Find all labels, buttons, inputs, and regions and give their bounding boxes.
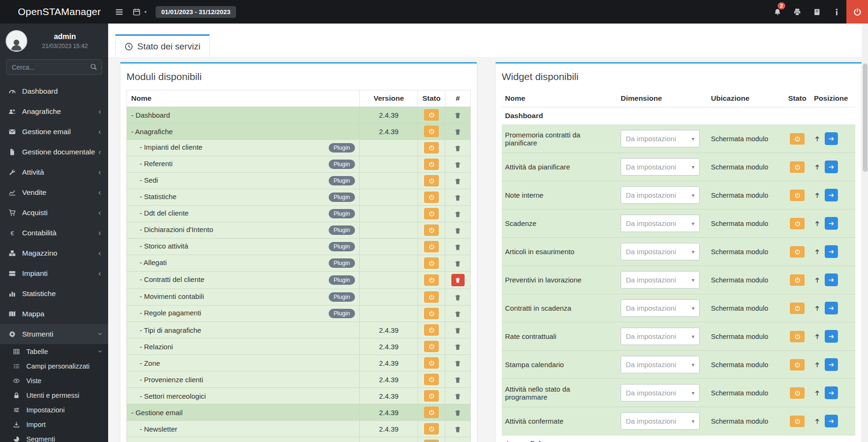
sidebar-item-import[interactable]: Import — [0, 417, 108, 432]
sidebar-item-dashboard[interactable]: Dashboard — [0, 81, 108, 101]
widget-power-button[interactable] — [790, 303, 805, 314]
move-to-button[interactable] — [825, 386, 838, 399]
book-button[interactable] — [807, 0, 827, 24]
module-delete-icon[interactable] — [454, 194, 461, 201]
module-delete-icon[interactable] — [454, 227, 461, 234]
module-power-button[interactable] — [424, 192, 439, 203]
sidebar-item-impianti[interactable]: Impianti‹ — [0, 263, 108, 283]
module-power-button[interactable] — [424, 390, 439, 402]
widget-power-button[interactable] — [790, 218, 805, 229]
widget-power-button[interactable] — [790, 387, 805, 399]
move-up-icon[interactable] — [814, 390, 821, 396]
widget-power-button[interactable] — [790, 246, 805, 257]
module-power-button[interactable] — [424, 341, 439, 352]
move-to-button[interactable] — [825, 415, 838, 427]
sidebar-toggle-button[interactable] — [108, 0, 130, 24]
module-delete-icon[interactable] — [454, 129, 461, 136]
sidebar-item-mappa[interactable]: Mappa — [0, 304, 108, 324]
module-delete-icon[interactable] — [454, 426, 461, 433]
widget-power-button[interactable] — [790, 161, 805, 173]
module-power-button[interactable] — [424, 208, 439, 219]
widget-dimension-select[interactable]: Da impostazioni▾ — [621, 299, 700, 317]
vertical-scrollbar[interactable] — [862, 24, 868, 442]
move-to-button[interactable] — [825, 330, 838, 343]
module-power-button[interactable] — [424, 274, 439, 286]
module-power-button[interactable] — [424, 357, 439, 369]
module-delete-icon[interactable] — [454, 211, 461, 218]
move-to-button[interactable] — [825, 132, 838, 145]
widget-power-button[interactable] — [790, 190, 805, 201]
sidebar-item-tabelle[interactable]: Tabelle‹ — [0, 344, 108, 359]
module-delete-icon[interactable] — [454, 112, 461, 119]
sidebar-item-magazzino[interactable]: Magazzino‹ — [0, 243, 108, 263]
widget-power-button[interactable] — [790, 416, 805, 427]
module-power-button[interactable] — [424, 324, 439, 336]
module-power-button[interactable] — [424, 225, 439, 236]
power-button[interactable] — [846, 0, 868, 24]
calendar-dropdown-button[interactable] — [133, 8, 148, 16]
tab-stato-dei-servizi[interactable]: Stato dei servizi — [115, 34, 210, 57]
module-power-button[interactable] — [424, 257, 439, 269]
move-to-button[interactable] — [825, 273, 838, 286]
sidebar-item-acquisti[interactable]: Acquisti‹ — [0, 202, 108, 223]
module-delete-icon[interactable] — [454, 161, 461, 169]
search-icon[interactable] — [90, 63, 97, 71]
sidebar-item-gestione-documentale[interactable]: Gestione documentale‹ — [0, 142, 108, 162]
sidebar-item-gestione-email[interactable]: Gestione email‹ — [0, 121, 108, 142]
module-delete-button[interactable] — [451, 274, 465, 286]
sidebar-item-statistiche[interactable]: Statistiche — [0, 283, 108, 304]
module-delete-icon[interactable] — [454, 260, 461, 267]
move-up-icon[interactable] — [814, 192, 821, 199]
module-delete-icon[interactable] — [454, 377, 461, 384]
widget-power-button[interactable] — [790, 274, 805, 286]
widget-dimension-select[interactable]: Da impostazioni▾ — [621, 158, 700, 176]
sidebar-item-strumenti[interactable]: Strumenti‹ — [0, 324, 108, 344]
module-delete-icon[interactable] — [454, 145, 461, 152]
module-power-button[interactable] — [424, 308, 439, 319]
sidebar-item-campi-personalizzati[interactable]: Campi personalizzati — [0, 359, 108, 373]
move-up-icon[interactable] — [814, 164, 821, 170]
module-power-button[interactable] — [424, 126, 439, 137]
widget-dimension-select[interactable]: Da impostazioni▾ — [621, 356, 700, 373]
move-up-icon[interactable] — [814, 136, 821, 142]
module-power-button[interactable] — [424, 440, 439, 442]
move-to-button[interactable] — [825, 189, 838, 201]
printer-button[interactable] — [787, 0, 807, 24]
module-delete-icon[interactable] — [454, 294, 461, 301]
module-delete-icon[interactable] — [454, 244, 461, 251]
widget-power-button[interactable] — [790, 133, 805, 145]
widget-dimension-select[interactable]: Da impostazioni▾ — [621, 328, 700, 345]
widget-dimension-select[interactable]: Da impostazioni▾ — [621, 412, 700, 430]
scrollbar-thumb[interactable] — [863, 64, 868, 172]
widget-dimension-select[interactable]: Da impostazioni▾ — [621, 384, 700, 402]
widget-dimension-select[interactable]: Da impostazioni▾ — [621, 243, 700, 260]
module-power-button[interactable] — [424, 159, 439, 170]
widget-dimension-select[interactable]: Da impostazioni▾ — [621, 186, 700, 204]
sidebar-item-vendite[interactable]: Vendite‹ — [0, 182, 108, 202]
module-delete-icon[interactable] — [454, 344, 461, 351]
move-up-icon[interactable] — [814, 220, 821, 227]
module-power-button[interactable] — [424, 142, 439, 153]
move-up-icon[interactable] — [814, 305, 821, 312]
widget-power-button[interactable] — [790, 331, 805, 342]
module-power-button[interactable] — [424, 109, 439, 121]
sidebar-item-contabilit[interactable]: €Contabilità‹ — [0, 223, 108, 243]
date-range-badge[interactable]: 01/01/2023 - 31/12/2023 — [156, 6, 236, 18]
move-to-button[interactable] — [825, 217, 838, 230]
move-up-icon[interactable] — [814, 277, 821, 283]
sidebar-item-utenti-e-permessi[interactable]: Utenti e permessi — [0, 388, 108, 402]
sidebar-item-attivit[interactable]: Attività‹ — [0, 162, 108, 182]
module-power-button[interactable] — [424, 374, 439, 385]
move-up-icon[interactable] — [814, 418, 821, 425]
info-button[interactable] — [827, 0, 846, 24]
sidebar-item-viste[interactable]: Viste — [0, 373, 108, 388]
module-power-button[interactable] — [424, 423, 439, 434]
move-to-button[interactable] — [825, 358, 838, 371]
module-delete-icon[interactable] — [454, 393, 461, 400]
module-power-button[interactable] — [424, 175, 439, 186]
module-delete-icon[interactable] — [454, 327, 461, 334]
module-power-button[interactable] — [424, 291, 439, 303]
widget-dimension-select[interactable]: Da impostazioni▾ — [621, 271, 700, 289]
move-to-button[interactable] — [825, 245, 838, 258]
sidebar-item-impostazioni[interactable]: Impostazioni — [0, 402, 108, 417]
